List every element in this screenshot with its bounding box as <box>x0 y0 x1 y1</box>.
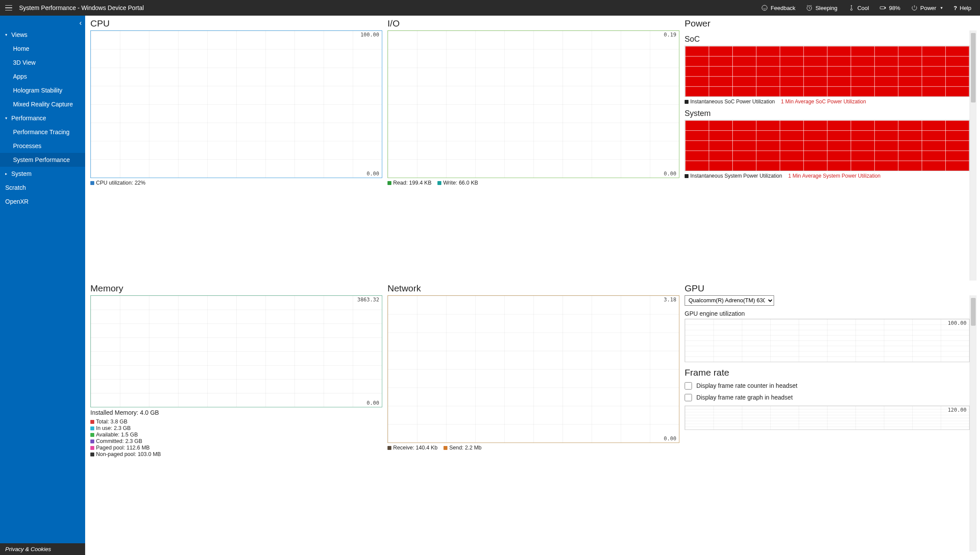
memory-legend: Total: 3.8 GBIn use: 2.3 GBAvailable: 1.… <box>90 419 382 457</box>
svg-point-4 <box>851 9 852 10</box>
nav-item-apps[interactable]: Apps <box>0 69 85 83</box>
legend-item: CPU utilization: 22% <box>90 180 146 186</box>
power-scrollbar[interactable] <box>970 30 977 281</box>
framerate-graph-checkbox[interactable] <box>685 394 692 401</box>
gpu-scrollbar[interactable] <box>970 295 977 552</box>
legend-item: Instantaneous SoC Power Utilization <box>685 99 775 105</box>
nav-group-performance[interactable]: ▾Performance <box>0 111 85 125</box>
gpu-engine-ymax: 100.00 <box>947 320 967 326</box>
nav-item-3d-view[interactable]: 3D View <box>0 56 85 69</box>
cpu-pane: CPU 100.00 0.00 CPU utilization: 22% <box>88 17 385 282</box>
help-button[interactable]: ? Help <box>948 0 977 16</box>
legend-swatch <box>90 439 94 443</box>
legend-swatch <box>387 181 391 185</box>
page-title: System Performance - Windows Device Port… <box>19 4 144 11</box>
cpu-ymin: 0.00 <box>366 171 380 177</box>
framerate-graph-label: Display frame rate graph in headset <box>696 394 793 401</box>
legend-item: Non-paged pool: 103.0 MB <box>90 451 382 457</box>
nav-item-hologram-stability[interactable]: Hologram Stability <box>0 83 85 97</box>
nav-group-label: Views <box>11 31 27 38</box>
chevron-down-icon: ▼ <box>940 6 943 10</box>
feedback-label: Feedback <box>771 5 795 11</box>
feedback-button[interactable]: Feedback <box>756 0 801 16</box>
privacy-link[interactable]: Privacy & Cookies <box>0 543 85 555</box>
nav-group-views[interactable]: ▾Views <box>0 28 85 42</box>
gpu-engine-label: GPU engine utilization <box>685 310 970 317</box>
legend-item: Write: 66.0 KB <box>437 180 478 186</box>
nav-item-processes[interactable]: Processes <box>0 139 85 153</box>
soc-title: SoC <box>685 35 970 44</box>
legend-swatch <box>90 426 94 430</box>
legend-swatch <box>685 174 689 178</box>
system-power-title: System <box>685 109 970 118</box>
sleep-status[interactable]: Sleeping <box>801 0 843 16</box>
network-title: Network <box>387 283 679 294</box>
memory-title: Memory <box>90 283 382 294</box>
soc-legend: Instantaneous SoC Power Utilization1 Min… <box>685 99 970 105</box>
nav-item-scratch[interactable]: Scratch <box>0 181 85 195</box>
nav-group-system[interactable]: ▸System <box>0 167 85 181</box>
power-title: Power <box>685 18 977 29</box>
svg-point-0 <box>762 5 767 10</box>
system-power-chart <box>685 120 970 171</box>
nav-group-label: Performance <box>11 115 46 122</box>
legend-swatch <box>90 433 94 437</box>
cpu-chart: 100.00 0.00 <box>90 30 382 178</box>
io-chart: 0.19 0.00 <box>387 30 679 178</box>
nav-item-performance-tracing[interactable]: Performance Tracing <box>0 125 85 139</box>
nav-item-mixed-reality-capture[interactable]: Mixed Reality Capture <box>0 97 85 111</box>
sidebar: ‹ ▾ViewsHome3D ViewAppsHologram Stabilit… <box>0 16 85 555</box>
legend-swatch <box>387 446 391 450</box>
gpu-title: GPU <box>685 283 977 294</box>
temperature-status[interactable]: Cool <box>843 0 874 16</box>
memory-pane: Memory 3863.32 0.00 Installed Memory: 4.… <box>88 282 385 554</box>
gpu-select[interactable]: Qualcomm(R) Adreno(TM) 630 GPU <box>685 295 774 306</box>
help-label: Help <box>960 5 971 11</box>
framerate-counter-checkbox[interactable] <box>685 382 692 390</box>
caret-down-icon: ▾ <box>5 116 10 120</box>
io-legend: Read: 199.4 KBWrite: 66.0 KB <box>387 180 679 186</box>
framerate-counter-label: Display frame rate counter in headset <box>696 382 798 389</box>
nav-item-home[interactable]: Home <box>0 42 85 56</box>
memory-ymin: 0.00 <box>366 400 380 406</box>
legend-swatch <box>444 446 447 450</box>
network-pane: Network 3.18 0.00 Receive: 140.4 KbSend:… <box>385 282 682 554</box>
legend-item: Read: 199.4 KB <box>387 180 431 186</box>
sleep-label: Sleeping <box>815 5 838 11</box>
legend-swatch <box>90 420 94 424</box>
caret-right-icon: ▸ <box>5 172 10 176</box>
nav-item-openxr[interactable]: OpenXR <box>0 195 85 208</box>
caret-down-icon: ▾ <box>5 33 10 37</box>
legend-item: Send: 2.2 Mb <box>444 445 481 451</box>
soc-chart <box>685 46 970 97</box>
legend-item: Committed: 2.3 GB <box>90 438 382 444</box>
svg-rect-6 <box>885 7 886 9</box>
memory-chart: 3863.32 0.00 <box>90 295 382 407</box>
app-header: System Performance - Windows Device Port… <box>0 0 980 16</box>
thermometer-icon <box>848 4 855 11</box>
framerate-graph-row[interactable]: Display frame rate graph in headset <box>685 394 970 401</box>
content: CPU 100.00 0.00 CPU utilization: 22% I/O… <box>85 16 980 555</box>
network-chart: 3.18 0.00 <box>387 295 679 443</box>
io-title: I/O <box>387 18 679 29</box>
hamburger-icon[interactable] <box>3 3 14 13</box>
power-menu[interactable]: Power ▼ <box>906 0 949 16</box>
nav-item-system-performance[interactable]: System Performance <box>0 153 85 167</box>
legend-item: 1 Min Average SoC Power Utilization <box>781 99 866 105</box>
svg-rect-5 <box>880 7 885 9</box>
svg-point-2 <box>765 7 766 7</box>
io-pane: I/O 0.19 0.00 Read: 199.4 KBWrite: 66.0 … <box>385 17 682 282</box>
legend-swatch <box>90 453 94 456</box>
svg-point-1 <box>764 7 764 7</box>
question-icon: ? <box>954 5 957 11</box>
battery-status[interactable]: 98% <box>874 0 905 16</box>
io-ymin: 0.00 <box>663 171 677 177</box>
temperature-label: Cool <box>858 5 869 11</box>
legend-item: Available: 1.5 GB <box>90 432 382 438</box>
sidebar-collapse-button[interactable]: ‹ <box>79 19 82 27</box>
legend-swatch <box>90 181 94 185</box>
framerate-counter-row[interactable]: Display frame rate counter in headset <box>685 382 970 390</box>
installed-memory: Installed Memory: 4.0 GB <box>90 409 382 416</box>
legend-item: Receive: 140.4 Kb <box>387 445 437 451</box>
nav: ▾ViewsHome3D ViewAppsHologram StabilityM… <box>0 16 85 543</box>
